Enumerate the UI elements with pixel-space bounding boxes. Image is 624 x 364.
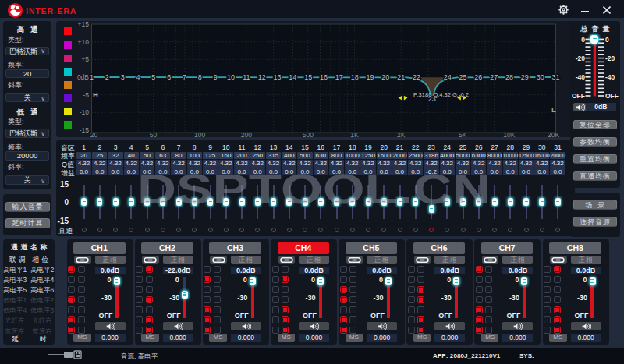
svg-text:29: 29 bbox=[521, 73, 529, 81]
svg-text:26: 26 bbox=[474, 73, 482, 81]
svg-text:-15: -15 bbox=[80, 126, 90, 134]
svg-text:24: 24 bbox=[444, 73, 452, 81]
svg-text:9: 9 bbox=[214, 73, 218, 81]
svg-text:31: 31 bbox=[551, 73, 559, 81]
svg-text:30: 30 bbox=[537, 73, 544, 81]
svg-text:50: 50 bbox=[150, 131, 158, 137]
svg-text:22: 22 bbox=[413, 73, 420, 81]
svg-text:15: 15 bbox=[304, 73, 312, 81]
svg-text:H: H bbox=[93, 90, 98, 99]
svg-text:L: L bbox=[551, 105, 556, 114]
svg-text:12: 12 bbox=[258, 73, 266, 81]
svg-text:6: 6 bbox=[167, 73, 171, 81]
svg-text:8: 8 bbox=[198, 73, 202, 81]
svg-text:5: 5 bbox=[151, 73, 155, 81]
svg-text:200: 200 bbox=[241, 131, 252, 137]
svg-text:-10: -10 bbox=[80, 108, 90, 116]
svg-text:21: 21 bbox=[397, 73, 405, 81]
svg-text:20K: 20K bbox=[548, 131, 559, 137]
svg-text:16: 16 bbox=[320, 73, 328, 81]
svg-text:10: 10 bbox=[227, 73, 235, 81]
svg-text:-5: -5 bbox=[83, 91, 89, 99]
svg-text:28: 28 bbox=[505, 73, 513, 81]
svg-text:+15: +15 bbox=[78, 21, 90, 28]
svg-text:17: 17 bbox=[335, 73, 343, 81]
svg-text:+10: +10 bbox=[78, 38, 90, 46]
svg-text:4: 4 bbox=[136, 73, 140, 81]
svg-text:27: 27 bbox=[490, 73, 498, 81]
svg-text:1: 1 bbox=[90, 73, 94, 81]
svg-text:25: 25 bbox=[459, 73, 466, 81]
svg-text:3: 3 bbox=[121, 73, 125, 81]
svg-text:0dB: 0dB bbox=[77, 73, 89, 81]
svg-text:5K: 5K bbox=[459, 131, 467, 137]
svg-text:+5: +5 bbox=[81, 55, 89, 63]
svg-text:2: 2 bbox=[105, 73, 109, 81]
svg-text:500: 500 bbox=[303, 131, 314, 137]
svg-text:7: 7 bbox=[183, 73, 186, 81]
svg-text:18: 18 bbox=[351, 73, 359, 81]
svg-text:19: 19 bbox=[366, 73, 374, 81]
svg-text:11: 11 bbox=[243, 73, 250, 81]
svg-text:14: 14 bbox=[289, 73, 296, 81]
svg-text:20: 20 bbox=[90, 131, 98, 137]
svg-text:1K: 1K bbox=[350, 131, 359, 137]
svg-text:20: 20 bbox=[381, 73, 389, 81]
svg-text:2K: 2K bbox=[397, 131, 406, 137]
svg-text:100: 100 bbox=[194, 131, 205, 137]
svg-text:10K: 10K bbox=[503, 131, 515, 137]
svg-text:13: 13 bbox=[273, 73, 281, 81]
